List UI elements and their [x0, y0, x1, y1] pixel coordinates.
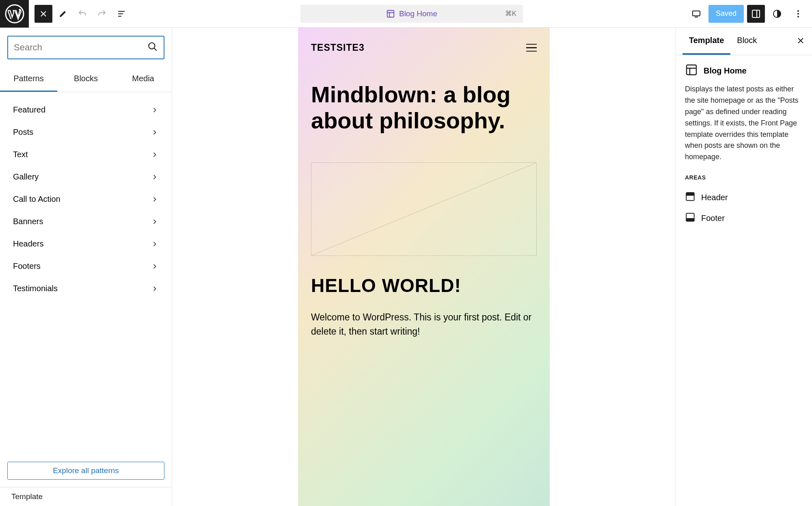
search-icon	[147, 41, 158, 54]
svg-point-7	[797, 16, 799, 17]
chevron-right-icon	[151, 151, 159, 159]
svg-point-8	[149, 43, 155, 49]
template-name: Blog Home	[704, 66, 747, 76]
styles-button[interactable]	[768, 5, 786, 23]
settings-panel: Template Block Blog Home Displays the la…	[676, 28, 812, 506]
svg-rect-11	[686, 192, 694, 196]
header-area-icon	[685, 191, 695, 204]
nav-menu-icon[interactable]	[526, 44, 537, 52]
chevron-right-icon	[151, 240, 159, 248]
hero-heading[interactable]: Mindblown: a blog about philosophy.	[311, 82, 537, 134]
chevron-right-icon	[151, 106, 159, 114]
template-description: Displays the latest posts as either the …	[685, 84, 803, 163]
category-banners[interactable]: Banners	[0, 210, 172, 233]
close-inserter-button[interactable]	[35, 5, 52, 23]
search-input-wrap	[7, 36, 164, 59]
category-gallery[interactable]: Gallery	[0, 166, 172, 188]
document-overview-button[interactable]	[112, 5, 130, 23]
tab-patterns[interactable]: Patterns	[0, 67, 57, 92]
svg-point-6	[797, 13, 799, 15]
post-title[interactable]: HELLO WORLD!	[311, 275, 537, 296]
options-menu-button[interactable]	[789, 5, 807, 23]
inserter-tabs: Patterns Blocks Media	[0, 67, 172, 92]
site-title[interactable]: TESTSITE3	[311, 42, 365, 53]
area-footer[interactable]: Footer	[685, 208, 803, 229]
area-header[interactable]: Header	[685, 187, 803, 208]
tab-media[interactable]: Media	[114, 67, 172, 92]
category-posts[interactable]: Posts	[0, 121, 172, 143]
post-excerpt[interactable]: Welcome to WordPress. This is your first…	[311, 310, 537, 339]
tab-template[interactable]: Template	[682, 28, 730, 55]
svg-rect-2	[693, 11, 700, 16]
chevron-right-icon	[151, 285, 159, 293]
breadcrumb[interactable]: Template	[0, 487, 172, 506]
svg-rect-9	[687, 65, 696, 75]
command-bar[interactable]: Blog Home ⌘K	[300, 5, 523, 23]
chevron-right-icon	[151, 262, 159, 270]
category-footers[interactable]: Footers	[0, 255, 172, 277]
tab-block[interactable]: Block	[730, 28, 763, 55]
top-toolbar: Blog Home ⌘K Saved	[0, 0, 812, 28]
saved-button[interactable]: Saved	[708, 5, 744, 23]
category-cta[interactable]: Call to Action	[0, 188, 172, 210]
tab-blocks[interactable]: Blocks	[57, 67, 114, 92]
template-icon	[685, 63, 698, 78]
wordpress-logo[interactable]	[0, 0, 29, 28]
svg-point-5	[797, 10, 799, 12]
category-headers[interactable]: Headers	[0, 233, 172, 255]
category-text[interactable]: Text	[0, 143, 172, 166]
command-bar-shortcut: ⌘K	[505, 9, 516, 18]
svg-rect-1	[387, 10, 394, 17]
search-input[interactable]	[14, 42, 147, 53]
svg-point-0	[6, 5, 24, 23]
areas-heading: AREAS	[685, 174, 803, 181]
explore-patterns-button[interactable]: Explore all patterns	[7, 462, 164, 480]
svg-rect-3	[752, 10, 760, 17]
settings-toggle-button[interactable]	[747, 5, 765, 23]
edit-tool-button[interactable]	[54, 5, 72, 23]
svg-rect-13	[686, 218, 694, 221]
featured-image-placeholder[interactable]	[311, 162, 537, 256]
pattern-categories: Featured Posts Text Gallery Call to Acti…	[0, 92, 172, 454]
editor-canvas[interactable]: TESTSITE3 Mindblown: a blog about philos…	[172, 28, 676, 506]
category-testimonials[interactable]: Testimonials	[0, 277, 172, 300]
command-bar-title: Blog Home	[399, 9, 437, 18]
redo-button[interactable]	[93, 5, 111, 23]
footer-area-icon	[685, 212, 695, 225]
chevron-right-icon	[151, 218, 159, 226]
chevron-right-icon	[151, 173, 159, 181]
inserter-panel: Patterns Blocks Media Featured Posts Tex…	[0, 28, 172, 506]
close-settings-button[interactable]	[796, 36, 806, 47]
view-button[interactable]	[687, 5, 705, 23]
chevron-right-icon	[151, 128, 159, 136]
chevron-right-icon	[151, 195, 159, 203]
category-featured[interactable]: Featured	[0, 99, 172, 121]
undo-button[interactable]	[73, 5, 91, 23]
